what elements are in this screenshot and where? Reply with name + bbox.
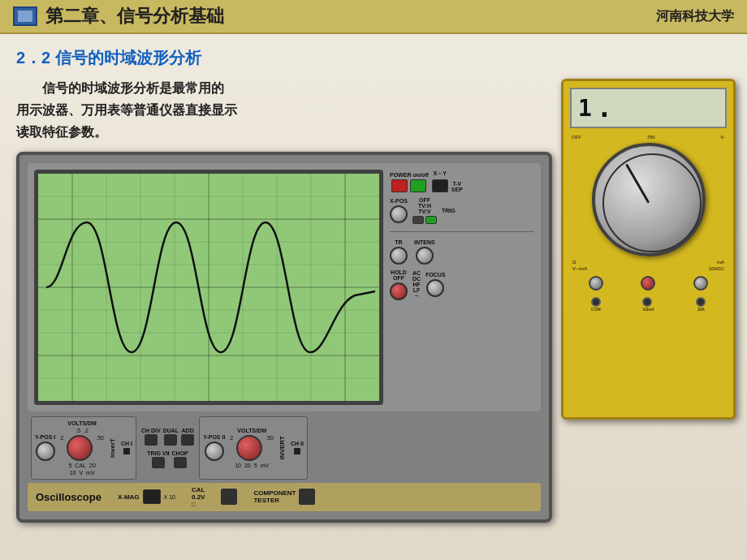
osc-screen-wrap	[34, 170, 383, 405]
tvsep-label: T-VSEP	[451, 181, 463, 192]
voltsdiv2-knob[interactable]	[236, 435, 262, 461]
chop-btn[interactable]	[174, 457, 187, 468]
vd2-3: 10	[235, 463, 241, 468]
chapter-icon	[13, 6, 37, 26]
divider-1	[390, 231, 534, 232]
holdoff-label: HOLDOFF	[391, 269, 407, 281]
multimeter-dot: .	[597, 93, 612, 123]
xmag-label: X-MAG	[118, 493, 140, 501]
add-label: ADD	[182, 428, 194, 433]
voltsdiv2-label: VOLTS/DM	[237, 428, 266, 433]
ch1-label: CH I	[121, 441, 132, 446]
holdoff-knob[interactable]	[390, 282, 408, 300]
text-line2: 用示波器、万用表等普通仪器直接显示	[16, 103, 237, 117]
tr-knob[interactable]	[390, 247, 408, 265]
vd-2: .2	[84, 428, 89, 433]
vd-9: V	[79, 470, 83, 476]
text-line3: 读取特征参数。	[16, 125, 107, 139]
xy-btn[interactable]	[432, 179, 448, 192]
intens-knob[interactable]	[416, 247, 434, 265]
header-left: 第二章、信号分析基础	[13, 4, 224, 28]
vd-8: 10	[70, 470, 76, 476]
chop-label: CHOP	[172, 450, 188, 456]
voltsdiv-knob[interactable]	[67, 435, 93, 461]
off-btn[interactable]	[412, 216, 424, 224]
header: 第二章、信号分析基础 河南科技大学	[0, 0, 747, 34]
focus-label: FOCUS	[425, 272, 446, 278]
tr-label: TR	[395, 239, 402, 245]
vd2-6: mV	[261, 463, 270, 468]
oscilloscope: POWER on/off X－Y T-VSEP	[16, 152, 552, 523]
tv-btn[interactable]	[425, 216, 437, 224]
osc-lower: Y-POS I VOLTS/DM .5 .2 2 .50	[28, 416, 541, 480]
ypos-section: Y-POS I VOLTS/DM .5 .2 2 .50	[31, 416, 136, 480]
power-label: POWER on/off	[390, 172, 429, 178]
v-label: V-	[720, 135, 725, 140]
vd-7: 20	[89, 463, 96, 468]
v-minus-label: 750	[647, 135, 655, 140]
osc-controls: POWER on/off X－Y T-VSEP	[390, 170, 534, 405]
xpos-label: X-POS	[390, 198, 408, 204]
multimeter-value: 1	[578, 95, 592, 122]
chdiv-label: CH DIV	[141, 428, 161, 433]
section-text: 信号的时域波形分析是最常用的 用示波器、万用表等普通仪器直接显示 读取特征参数。	[16, 77, 520, 144]
vd2-5: 5	[254, 463, 257, 468]
osc-bottom-bar: Oscilloscope X-MAG X 10 CAL0.2V□ COMPONE…	[28, 483, 541, 511]
ch2-section: Y-POS II VOLTS/DM 2 .50 10 20	[199, 416, 308, 480]
cal-label: CAL0.2V□	[192, 486, 205, 508]
ch2-connector	[294, 448, 300, 454]
trig-vii-label: TRIG VII	[147, 450, 169, 456]
component-btn[interactable]	[299, 489, 315, 505]
osc-screen	[38, 174, 379, 401]
off-tv-label: OFFTV:HTV:V	[418, 197, 431, 214]
vd-1: .5	[76, 428, 80, 433]
oscilloscope-container: POWER on/off X－Y T-VSEP	[16, 152, 731, 523]
section-title: 2．2 信号的时域波形分析	[16, 47, 731, 69]
invert-label: inverT	[109, 438, 116, 458]
content-area: 2．2 信号的时域波形分析 信号的时域波形分析是最常用的 用示波器、万用表等普通…	[0, 34, 747, 531]
vd-5: 5	[68, 463, 71, 468]
xmag-btn[interactable]	[143, 489, 161, 504]
vd-10: mV	[86, 470, 95, 476]
vd-6: CAL	[75, 463, 86, 468]
ch2-label-bottom: CH II	[291, 441, 304, 446]
university-name: 河南科技大学	[656, 8, 734, 25]
cal-btn[interactable]	[221, 489, 237, 505]
vd-3: 2	[60, 435, 63, 461]
vd-4: .50	[96, 435, 104, 461]
ypos1-label: Y-POS I	[35, 434, 55, 440]
xpos-knob[interactable]	[390, 205, 408, 223]
xy-label: X－Y	[434, 170, 447, 178]
ch2-ypos-label: Y-POS II	[203, 434, 225, 440]
voltsdiv-label: VOLTS/DM	[67, 420, 97, 426]
add-btn[interactable]	[181, 434, 194, 446]
vd2-1: 2	[230, 435, 233, 461]
multimeter-display: 1 .	[570, 88, 727, 128]
chdiv-btn1[interactable]	[145, 434, 158, 446]
ypos2-knob[interactable]	[205, 442, 224, 461]
dual-btn[interactable]	[164, 434, 177, 446]
dual-label: DUAL	[163, 428, 179, 433]
focus-knob[interactable]	[426, 279, 444, 297]
trig-label: TRIG	[442, 208, 456, 213]
ch-switches: CH DIV DUAL ADD	[141, 416, 194, 480]
text-line1: 信号的时域波形分析是最常用的	[16, 81, 224, 95]
acdclf-label: ACDCHFLF~	[412, 270, 421, 299]
osc-grid-svg	[38, 174, 379, 401]
power-btn-red[interactable]	[391, 179, 408, 192]
power-btn-green[interactable]	[410, 179, 426, 192]
component-label: COMPONENTTESTER	[253, 489, 296, 504]
vd2-4: 20	[244, 463, 251, 468]
invert2-label: INVERT	[279, 436, 286, 459]
off-label: OFF	[572, 135, 581, 140]
osc-inner: POWER on/off X－Y T-VSEP	[28, 163, 541, 411]
vd2-2: .50	[266, 435, 274, 461]
x10-label: X 10	[164, 494, 175, 500]
ch1-connector	[123, 448, 130, 454]
trigvii-btn[interactable]	[152, 457, 165, 468]
chapter-title: 第二章、信号分析基础	[45, 4, 224, 28]
intens-label: INTENS	[414, 239, 435, 245]
ypos1-knob[interactable]	[36, 442, 55, 461]
oscilloscope-label: Oscilloscope	[36, 491, 101, 503]
